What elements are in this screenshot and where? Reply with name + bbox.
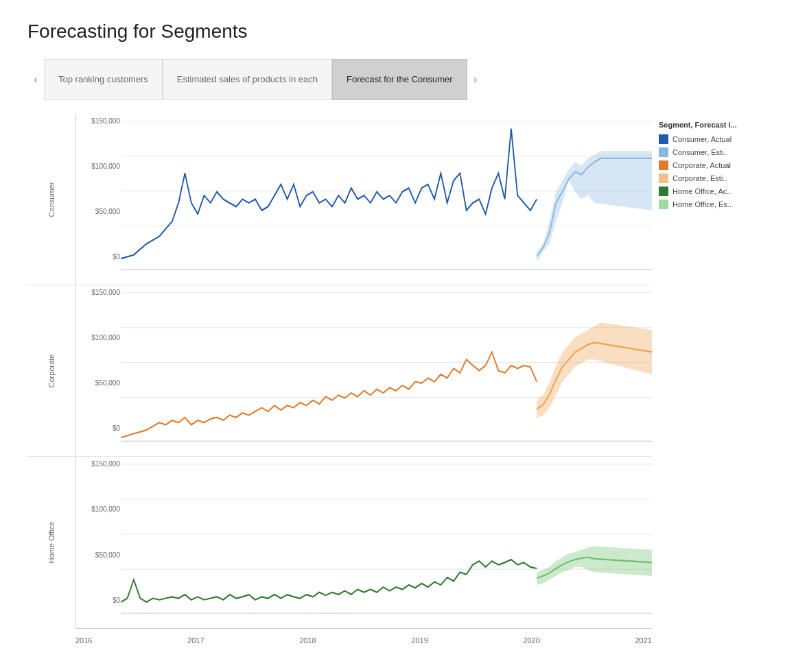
home-office-y-label-container: Home Office: [27, 457, 75, 628]
legend-homeoffice-actual-color: [659, 187, 668, 196]
charts-container: Consumer $150,000 $100,000 $50,000 $0: [27, 114, 652, 649]
legend-corporate-actual: Corporate, Actual: [659, 160, 762, 170]
corporate-svg: [76, 285, 652, 456]
consumer-panel: Consumer $150,000 $100,000 $50,000 $0: [27, 114, 652, 285]
svg-marker-17: [537, 546, 652, 585]
nav-next-arrow[interactable]: ›: [467, 59, 484, 100]
corporate-chart-inner: $150,000 $100,000 $50,000 $0: [75, 285, 652, 456]
svg-marker-5: [537, 151, 652, 262]
tab-estimated-sales[interactable]: Estimated sales of products in each: [163, 59, 332, 100]
consumer-y-label-container: Consumer: [27, 114, 75, 285]
legend-consumer-actual-label: Consumer, Actual: [672, 135, 731, 143]
tab-forecast-consumer[interactable]: Forecast for the Consumer: [332, 59, 467, 100]
legend-corporate-est-label: Corporate, Esti..: [672, 174, 727, 182]
legend-homeoffice-est-color: [659, 200, 668, 209]
legend-consumer-est: Consumer, Esti..: [659, 147, 762, 157]
page-title: Forecasting for Segments: [27, 21, 769, 43]
legend-corporate-actual-label: Corporate, Actual: [672, 161, 731, 169]
legend-consumer-actual: Consumer, Actual: [659, 134, 762, 144]
legend-homeoffice-actual: Home Office, Ac..: [659, 187, 762, 196]
tab-navigation: ‹ Top ranking customers Estimated sales …: [27, 59, 769, 100]
legend-homeoffice-est-label: Home Office, Es..: [672, 200, 731, 208]
svg-marker-11: [537, 322, 652, 419]
tab-top-ranking[interactable]: Top ranking customers: [44, 59, 163, 100]
home-office-y-label: Home Office: [47, 522, 56, 564]
home-office-panel: Home Office $150,000 $100,000 $50,000 $0: [27, 457, 652, 628]
legend-consumer-actual-color: [659, 134, 668, 144]
legend-corporate-est-color: [659, 173, 668, 183]
corporate-panel: Corporate $150,000 $100,000 $50,000 $0: [27, 285, 652, 457]
legend-homeoffice-est: Home Office, Es..: [659, 200, 762, 209]
consumer-svg: [76, 114, 652, 285]
corporate-y-label: Corporate: [47, 354, 56, 387]
x-axis-row: 2016 2017 2018 2019 2020 2021: [27, 628, 652, 649]
consumer-chart-inner: $150,000 $100,000 $50,000 $0: [75, 114, 652, 285]
nav-prev-arrow[interactable]: ‹: [27, 59, 44, 100]
home-office-svg: [76, 457, 652, 628]
corporate-y-label-container: Corporate: [27, 285, 75, 456]
legend-title: Segment, Forecast i...: [659, 121, 762, 129]
legend-consumer-est-color: [659, 147, 668, 157]
legend-corporate-est: Corporate, Esti..: [659, 173, 762, 183]
home-office-chart-inner: $150,000 $100,000 $50,000 $0: [75, 457, 652, 628]
legend: Segment, Forecast i... Consumer, Actual …: [652, 114, 769, 649]
legend-corporate-actual-color: [659, 160, 668, 170]
legend-homeoffice-actual-label: Home Office, Ac..: [672, 187, 731, 195]
x-axis: 2016 2017 2018 2019 2020 2021: [75, 628, 652, 649]
legend-consumer-est-label: Consumer, Esti..: [672, 148, 728, 156]
chart-area: Consumer $150,000 $100,000 $50,000 $0: [27, 114, 769, 649]
consumer-y-label: Consumer: [47, 182, 56, 217]
